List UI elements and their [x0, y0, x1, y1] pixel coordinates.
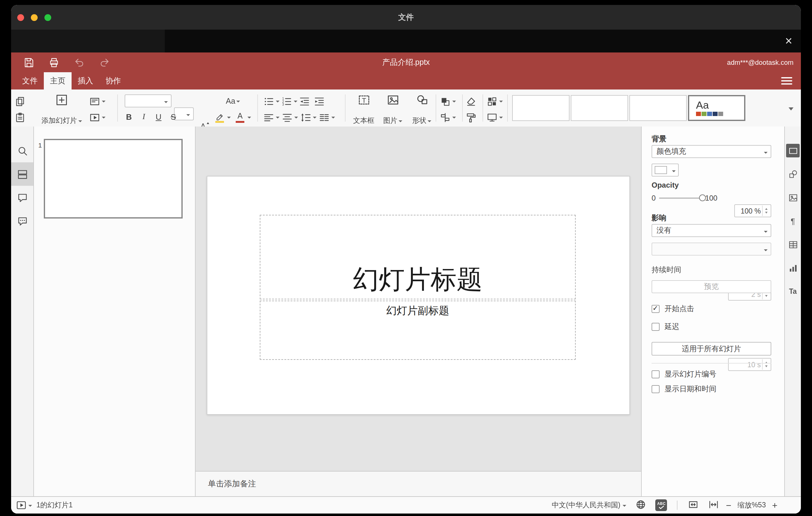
slides-panel-button[interactable]: [11, 162, 33, 186]
delay-checkbox[interactable]: [651, 323, 660, 331]
slide-title-placeholder[interactable]: 幻灯片标题: [260, 215, 576, 299]
columns-button[interactable]: [318, 110, 335, 125]
shape-settings-button[interactable]: [785, 162, 801, 186]
background-fill-select[interactable]: 颜色填充: [651, 145, 771, 158]
line-spacing-button[interactable]: [300, 110, 317, 125]
vertical-align-button[interactable]: [281, 110, 298, 125]
delay-row: 延迟: [651, 322, 679, 332]
fit-slide-button[interactable]: [688, 499, 699, 512]
effect-select[interactable]: 没有: [651, 224, 771, 237]
right-rail: ¶ Ta: [784, 126, 801, 496]
undo-button[interactable]: [73, 56, 85, 68]
menu-icon[interactable]: [781, 76, 792, 86]
paragraph-settings-icon: ¶: [786, 214, 800, 228]
numbered-list-button[interactable]: 123: [281, 94, 297, 109]
language-select[interactable]: 中文(中华人民共和国): [552, 500, 627, 510]
italic-button[interactable]: I: [137, 110, 150, 123]
apply-to-all-button[interactable]: 适用于所有幻灯片: [651, 342, 771, 355]
strikethrough-button[interactable]: S: [167, 110, 180, 123]
opacity-slider-knob[interactable]: [699, 194, 705, 201]
theme-color-swatch: [696, 112, 701, 116]
save-button[interactable]: [22, 56, 34, 68]
opacity-spinner[interactable]: [762, 205, 770, 216]
table-settings-button[interactable]: [785, 233, 801, 256]
delay-input[interactable]: 10 s: [728, 358, 771, 371]
zoom-out-button[interactable]: −: [726, 500, 731, 510]
highlight-color-button[interactable]: [213, 110, 231, 125]
tab-insert[interactable]: 插入: [71, 72, 99, 89]
notes-area[interactable]: 单击添加备注: [196, 471, 641, 496]
theme-color-swatch: [707, 112, 712, 116]
image-settings-button[interactable]: [785, 186, 801, 209]
background-color-picker[interactable]: [651, 164, 679, 176]
gallery-expand-button[interactable]: [785, 103, 796, 114]
slide-canvas[interactable]: 幻灯片标题 幻灯片副标题: [207, 176, 630, 415]
editor-header: 产品介绍.pptx adm***@dootask.com 文件 主页 插入 协作: [11, 53, 801, 89]
opacity-slider[interactable]: [659, 198, 702, 199]
font-color-button[interactable]: A: [234, 110, 251, 125]
theme-preview[interactable]: [629, 95, 687, 121]
chart-settings-button[interactable]: [785, 256, 801, 280]
svg-text:T: T: [361, 96, 366, 104]
close-icon[interactable]: ×: [785, 32, 792, 49]
add-slide-button[interactable]: 添加幻灯片: [37, 92, 86, 128]
start-slideshow-button[interactable]: [89, 110, 106, 125]
font-color-bar: [236, 121, 244, 123]
search-button[interactable]: [11, 139, 33, 162]
insert-image-button[interactable]: 图片: [379, 92, 407, 128]
paste-button[interactable]: [14, 110, 26, 125]
theme-preview[interactable]: [571, 95, 628, 121]
redo-button[interactable]: [98, 56, 111, 68]
zoom-in-button[interactable]: +: [772, 500, 778, 510]
slide-settings-button[interactable]: [785, 139, 801, 162]
start-slideshow-status-button[interactable]: [16, 499, 32, 511]
slide-subtitle-placeholder[interactable]: 幻灯片副标题: [260, 300, 576, 360]
save-icon: [23, 56, 34, 68]
effect-type-select[interactable]: [651, 242, 771, 256]
paragraph-settings-button[interactable]: ¶: [785, 209, 801, 233]
copy-button[interactable]: [14, 94, 26, 109]
show-date-time-checkbox[interactable]: [651, 385, 660, 393]
font-name-select[interactable]: [125, 94, 172, 107]
textart-settings-button[interactable]: Ta: [785, 280, 801, 303]
vertical-align-icon: [281, 111, 293, 123]
increase-indent-button[interactable]: [314, 94, 325, 109]
document-language-button[interactable]: [635, 499, 647, 512]
slide-title-text: 幻灯片标题: [353, 265, 483, 294]
theme-preview[interactable]: [512, 95, 570, 121]
insert-textbox-button[interactable]: T 文本框: [350, 92, 378, 128]
decrease-indent-button[interactable]: [299, 94, 310, 109]
tab-collaboration[interactable]: 协作: [99, 72, 127, 89]
bullet-list-button[interactable]: [263, 94, 280, 109]
preview-button[interactable]: 预览: [651, 280, 771, 293]
delay-spinner[interactable]: [762, 359, 770, 370]
clear-style-button[interactable]: [465, 94, 477, 109]
change-case-button[interactable]: Aa: [226, 94, 240, 109]
print-button[interactable]: [48, 56, 60, 68]
spellcheck-button[interactable]: ABC: [656, 499, 667, 511]
notes-placeholder: 单击添加备注: [208, 478, 256, 489]
theme-preview-selected[interactable]: Aa: [688, 95, 745, 121]
align-shape-button[interactable]: [439, 110, 456, 125]
underline-button[interactable]: U: [152, 110, 165, 123]
slide-size-button[interactable]: [486, 110, 503, 125]
arrange-shape-button[interactable]: [439, 94, 456, 109]
copy-style-button[interactable]: [465, 110, 477, 125]
feedback-button[interactable]: [11, 209, 33, 233]
slide-thumbnail[interactable]: [44, 139, 183, 219]
svg-text:3: 3: [282, 103, 284, 106]
horizontal-align-button[interactable]: [263, 110, 280, 125]
zoom-level-label[interactable]: 缩放%53: [737, 500, 766, 510]
color-scheme-button[interactable]: [486, 94, 503, 109]
insert-shape-button[interactable]: 形状: [408, 92, 436, 128]
start-on-click-checkbox[interactable]: [651, 305, 660, 313]
change-layout-button[interactable]: [89, 94, 106, 109]
opacity-max-label: 100: [705, 194, 717, 202]
tab-file[interactable]: 文件: [16, 72, 44, 89]
tab-home[interactable]: 主页: [44, 72, 71, 89]
opacity-input[interactable]: 100 %: [734, 204, 771, 217]
comments-button[interactable]: [11, 186, 33, 209]
show-slide-number-checkbox[interactable]: [651, 370, 660, 378]
fit-width-button[interactable]: [708, 499, 720, 512]
bold-button[interactable]: B: [122, 110, 136, 123]
